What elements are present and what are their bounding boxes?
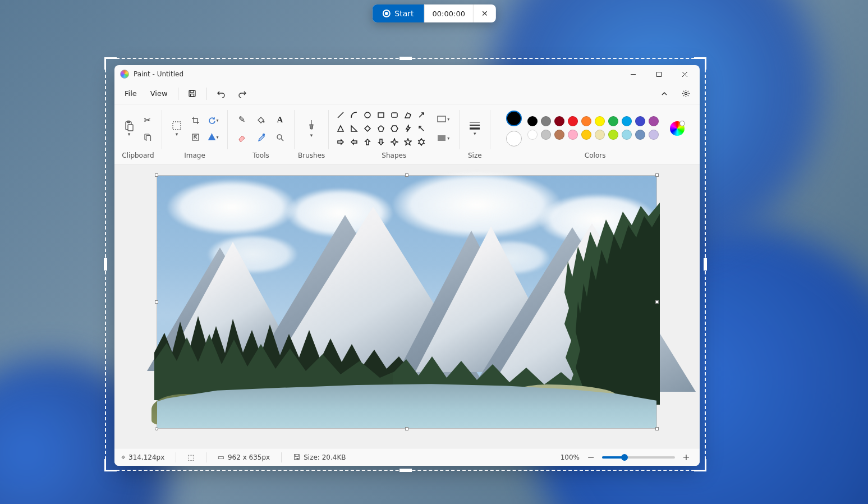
color-swatch[interactable] bbox=[595, 116, 605, 126]
svg-point-7 bbox=[685, 93, 687, 95]
color-swatch[interactable] bbox=[541, 116, 551, 126]
group-label-tools: Tools bbox=[252, 149, 269, 163]
color-swatch[interactable] bbox=[622, 116, 632, 126]
copy-button[interactable] bbox=[139, 129, 156, 145]
resize-handle[interactable] bbox=[155, 427, 158, 430]
resize-handle[interactable] bbox=[655, 427, 659, 430]
shape-star6[interactable] bbox=[415, 136, 428, 148]
color-1[interactable] bbox=[506, 111, 522, 126]
minimize-button[interactable] bbox=[620, 66, 646, 83]
chevron-down-icon: ▾ bbox=[310, 132, 313, 138]
shape-polygon[interactable] bbox=[402, 109, 414, 121]
color-swatch[interactable] bbox=[554, 130, 564, 140]
color-swatch[interactable] bbox=[635, 130, 645, 140]
select-button[interactable]: ▾ bbox=[168, 118, 186, 139]
group-shapes: ▾ ▾ Shapes bbox=[329, 108, 459, 163]
edit-colors-button[interactable] bbox=[670, 121, 685, 136]
shape-arrow-left[interactable] bbox=[348, 136, 360, 148]
canvas-size-value: 962 x 635px bbox=[228, 453, 270, 461]
resize-handle[interactable] bbox=[655, 173, 659, 177]
paint-app-icon bbox=[120, 70, 129, 79]
undo-button[interactable] bbox=[212, 86, 231, 102]
maximize-button[interactable] bbox=[646, 66, 672, 83]
zoom-out-button[interactable]: − bbox=[584, 451, 598, 464]
group-tools: ✎ A Tools bbox=[228, 108, 294, 163]
shape-outline-button[interactable]: ▾ bbox=[433, 111, 453, 127]
settings-button[interactable] bbox=[676, 86, 695, 102]
crop-button[interactable] bbox=[187, 112, 204, 128]
shape-diamond[interactable] bbox=[361, 122, 374, 135]
menu-file[interactable]: File bbox=[119, 86, 143, 101]
color-swatch[interactable] bbox=[541, 130, 551, 140]
shape-triangle[interactable] bbox=[334, 122, 347, 135]
color-swatch[interactable] bbox=[608, 116, 618, 126]
resize-handle[interactable] bbox=[655, 300, 659, 304]
resize-handle[interactable] bbox=[405, 173, 408, 177]
record-start-button[interactable]: Start bbox=[372, 4, 424, 22]
rotate-button[interactable]: ▾ bbox=[205, 112, 222, 128]
resize-handle[interactable] bbox=[405, 427, 408, 430]
pencil-tool[interactable]: ✎ bbox=[233, 112, 250, 127]
color-swatch[interactable] bbox=[649, 116, 659, 126]
paste-button[interactable]: ▾ bbox=[120, 118, 138, 139]
color-swatch[interactable] bbox=[581, 116, 591, 126]
color-swatch[interactable] bbox=[635, 116, 645, 126]
shape-arrow-right[interactable] bbox=[334, 136, 347, 148]
zoom-in-button[interactable]: + bbox=[679, 451, 693, 464]
menu-view[interactable]: View bbox=[145, 86, 173, 101]
shape-rect[interactable] bbox=[375, 109, 387, 121]
resize-handle[interactable] bbox=[155, 173, 158, 177]
fill-tool[interactable] bbox=[252, 112, 269, 127]
color-picker-tool[interactable] bbox=[252, 130, 269, 145]
save-button[interactable] bbox=[183, 86, 202, 102]
cursor-icon: ⌖ bbox=[121, 453, 125, 462]
cut-button[interactable]: ✂ bbox=[139, 112, 156, 128]
shape-star4[interactable] bbox=[388, 136, 401, 148]
disk-icon: 🖫 bbox=[293, 453, 300, 461]
text-tool[interactable]: A bbox=[272, 112, 288, 127]
shape-fill-button[interactable]: ▾ bbox=[433, 130, 453, 146]
color-swatch[interactable] bbox=[608, 130, 618, 140]
shape-arrow-ne[interactable] bbox=[415, 109, 428, 121]
shape-star5[interactable] bbox=[402, 136, 414, 148]
shape-line[interactable] bbox=[334, 109, 347, 121]
color-swatch[interactable] bbox=[554, 116, 564, 126]
color-2[interactable] bbox=[506, 131, 522, 146]
status-canvas-size: ▭ 962 x 635px bbox=[218, 453, 270, 461]
shape-oval[interactable] bbox=[361, 109, 374, 121]
shape-curve[interactable] bbox=[348, 109, 360, 121]
brushes-button[interactable]: ▾ bbox=[302, 117, 320, 140]
shape-roundrect[interactable] bbox=[388, 109, 401, 121]
redo-button[interactable] bbox=[233, 86, 252, 102]
color-swatch[interactable] bbox=[568, 130, 578, 140]
color-swatch[interactable] bbox=[581, 130, 591, 140]
zoom-slider[interactable] bbox=[602, 456, 675, 459]
color-swatch[interactable] bbox=[649, 130, 659, 140]
resize-button[interactable] bbox=[187, 129, 204, 145]
chevron-down-icon: ▾ bbox=[176, 131, 178, 137]
shape-arrow-nw[interactable] bbox=[415, 122, 428, 135]
canvas-area[interactable] bbox=[114, 164, 700, 448]
shape-pentagon[interactable] bbox=[375, 122, 387, 135]
resize-handle[interactable] bbox=[155, 300, 158, 304]
canvas[interactable] bbox=[157, 176, 656, 428]
shape-right-triangle[interactable] bbox=[348, 122, 360, 135]
color-swatch[interactable] bbox=[622, 130, 632, 140]
collapse-ribbon-button[interactable] bbox=[655, 86, 674, 102]
color-swatch[interactable] bbox=[595, 130, 605, 140]
shape-lightning[interactable] bbox=[402, 122, 414, 135]
shape-arrow-up[interactable] bbox=[361, 136, 374, 148]
flip-button[interactable]: ▾ bbox=[205, 129, 222, 145]
group-label-clipboard: Clipboard bbox=[122, 149, 154, 163]
svg-line-18 bbox=[338, 112, 343, 118]
color-swatch[interactable] bbox=[527, 130, 538, 140]
recorder-close-button[interactable]: ✕ bbox=[473, 4, 496, 22]
size-button[interactable]: ▾ bbox=[465, 118, 484, 139]
eraser-tool[interactable] bbox=[233, 130, 250, 145]
color-swatch[interactable] bbox=[527, 116, 538, 126]
shape-arrow-down[interactable] bbox=[375, 136, 387, 148]
magnifier-tool[interactable] bbox=[272, 130, 288, 145]
shape-hexagon[interactable] bbox=[388, 122, 401, 135]
color-swatch[interactable] bbox=[568, 116, 578, 126]
close-button[interactable] bbox=[672, 66, 697, 83]
